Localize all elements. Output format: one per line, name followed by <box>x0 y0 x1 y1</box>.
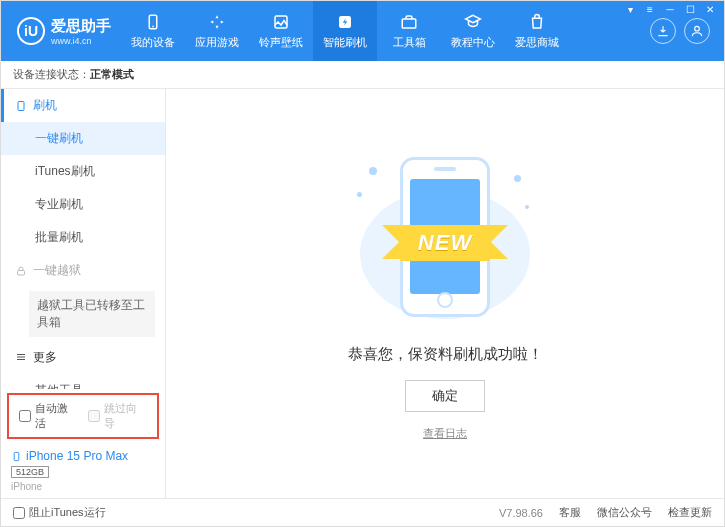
user-button[interactable] <box>684 18 710 44</box>
phone-icon <box>11 451 22 462</box>
svg-rect-6 <box>18 101 24 110</box>
block-itunes-input[interactable] <box>13 507 25 519</box>
minimize-icon[interactable]: ─ <box>663 4 677 15</box>
auto-activate-checkbox[interactable]: 自动激活 <box>19 401 78 431</box>
sidebar-group-jailbreak[interactable]: 一键越狱 <box>1 254 165 287</box>
logo-icon: iU <box>17 17 45 45</box>
device-name[interactable]: iPhone 15 Pro Max <box>11 449 155 463</box>
sidebar-group-label: 更多 <box>33 349 57 366</box>
view-log-link[interactable]: 查看日志 <box>423 426 467 441</box>
flash-icon <box>335 12 355 32</box>
nav-label: 应用游戏 <box>195 35 239 50</box>
ok-button[interactable]: 确定 <box>405 380 485 412</box>
status-value: 正常模式 <box>90 67 134 82</box>
nav-my-device[interactable]: 我的设备 <box>121 1 185 61</box>
main-content: NEW 恭喜您，保资料刷机成功啦！ 确定 查看日志 <box>166 89 724 498</box>
close-icon[interactable]: ✕ <box>703 4 717 15</box>
svg-rect-11 <box>14 452 19 460</box>
more-icon <box>15 351 27 363</box>
sidebar-group-label: 一键越狱 <box>33 262 81 279</box>
success-illustration: NEW <box>345 147 545 327</box>
top-nav: 我的设备 应用游戏 铃声壁纸 智能刷机 工具箱 教程中心 <box>121 1 650 61</box>
device-icon <box>143 12 163 32</box>
nav-label: 爱思商城 <box>515 35 559 50</box>
block-itunes-checkbox[interactable]: 阻止iTunes运行 <box>13 505 106 520</box>
logo: iU 爱思助手 www.i4.cn <box>7 17 121 46</box>
footer: 阻止iTunes运行 V7.98.66 客服 微信公众号 检查更新 <box>1 498 724 526</box>
nav-label: 教程中心 <box>451 35 495 50</box>
sidebar-item-pro-flash[interactable]: 专业刷机 <box>1 188 165 221</box>
version-label: V7.98.66 <box>499 507 543 519</box>
store-icon <box>527 12 547 32</box>
checkbox-label: 自动激活 <box>35 401 78 431</box>
device-storage: 512GB <box>11 466 49 478</box>
toolbox-icon <box>399 12 419 32</box>
nav-tutorials[interactable]: 教程中心 <box>441 1 505 61</box>
nav-toolbox[interactable]: 工具箱 <box>377 1 441 61</box>
wallpaper-icon <box>271 12 291 32</box>
sidebar-group-flash[interactable]: 刷机 <box>1 89 165 122</box>
nav-label: 铃声壁纸 <box>259 35 303 50</box>
device-info: iPhone 15 Pro Max 512GB iPhone <box>1 443 165 498</box>
device-type: iPhone <box>11 481 155 492</box>
sidebar-item-itunes-flash[interactable]: iTunes刷机 <box>1 155 165 188</box>
sidebar-group-more[interactable]: 更多 <box>1 341 165 374</box>
status-bar: 设备连接状态： 正常模式 <box>1 61 724 89</box>
sidebar: 刷机 一键刷机 iTunes刷机 专业刷机 批量刷机 一键越狱 越狱工具已转移至… <box>1 89 166 498</box>
device-name-text: iPhone 15 Pro Max <box>26 449 128 463</box>
footer-check-update[interactable]: 检查更新 <box>668 505 712 520</box>
skip-guide-checkbox[interactable]: 跳过向导 <box>88 401 147 431</box>
sidebar-item-batch-flash[interactable]: 批量刷机 <box>1 221 165 254</box>
auto-activate-input[interactable] <box>19 410 31 422</box>
sidebar-group-label: 刷机 <box>33 97 57 114</box>
svg-rect-7 <box>18 270 25 275</box>
nav-label: 工具箱 <box>393 35 426 50</box>
success-message: 恭喜您，保资料刷机成功啦！ <box>348 345 543 364</box>
footer-wechat[interactable]: 微信公众号 <box>597 505 652 520</box>
lock-icon <box>15 265 27 277</box>
nav-label: 我的设备 <box>131 35 175 50</box>
nav-ringtone-wallpaper[interactable]: 铃声壁纸 <box>249 1 313 61</box>
header: iU 爱思助手 www.i4.cn 我的设备 应用游戏 铃声壁纸 智能刷机 <box>1 1 724 61</box>
nav-label: 智能刷机 <box>323 35 367 50</box>
nav-store[interactable]: 爱思商城 <box>505 1 569 61</box>
svg-rect-4 <box>402 19 416 28</box>
app-url: www.i4.cn <box>51 36 111 46</box>
skip-guide-input <box>88 410 100 422</box>
new-ribbon: NEW <box>400 225 490 261</box>
nav-smart-flash[interactable]: 智能刷机 <box>313 1 377 61</box>
flash-group-icon <box>15 100 27 112</box>
footer-support[interactable]: 客服 <box>559 505 581 520</box>
svg-point-5 <box>695 26 700 31</box>
settings-icon[interactable]: ≡ <box>643 4 657 15</box>
sidebar-item-one-key-flash[interactable]: 一键刷机 <box>1 122 165 155</box>
download-button[interactable] <box>650 18 676 44</box>
sidebar-jailbreak-note: 越狱工具已转移至工具箱 <box>29 291 155 337</box>
checkbox-label: 阻止iTunes运行 <box>29 505 106 520</box>
nav-apps-games[interactable]: 应用游戏 <box>185 1 249 61</box>
maximize-icon[interactable]: ☐ <box>683 4 697 15</box>
checkbox-label: 跳过向导 <box>104 401 147 431</box>
menu-icon[interactable]: ▾ <box>623 4 637 15</box>
status-prefix: 设备连接状态： <box>13 67 90 82</box>
app-title: 爱思助手 <box>51 17 111 36</box>
highlighted-checkbox-row: 自动激活 跳过向导 <box>7 393 159 439</box>
apps-icon <box>207 12 227 32</box>
tutorial-icon <box>463 12 483 32</box>
sidebar-item-other-tools[interactable]: 其他工具 <box>1 374 165 389</box>
